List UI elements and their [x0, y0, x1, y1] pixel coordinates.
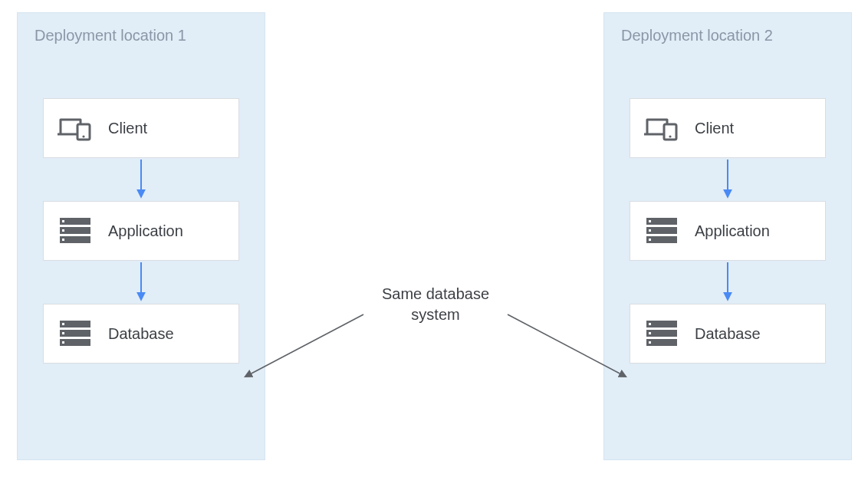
svg-rect-6	[62, 220, 64, 222]
arrow-down	[133, 261, 149, 304]
svg-line-32	[247, 314, 363, 376]
deployment-region-2: Deployment location 2 Client	[603, 12, 852, 460]
database-node: Database	[630, 304, 826, 364]
client-devices-icon	[58, 114, 93, 143]
annotation-arrow-right	[501, 310, 632, 387]
node-label: Application	[108, 222, 183, 240]
svg-rect-8	[62, 239, 64, 241]
client-devices-icon	[644, 114, 679, 143]
server-icon	[58, 319, 93, 348]
svg-line-33	[508, 314, 624, 376]
svg-rect-23	[649, 229, 651, 232]
client-node: Client	[43, 98, 239, 158]
center-annotation: Same database system	[367, 284, 505, 325]
server-icon	[58, 216, 93, 245]
svg-rect-14	[62, 332, 64, 334]
arrow-down	[720, 158, 735, 201]
node-label: Application	[695, 222, 770, 240]
region-title: Deployment location 2	[621, 27, 834, 44]
node-stack: Client	[621, 98, 834, 364]
svg-rect-30	[649, 332, 651, 334]
svg-point-1	[82, 135, 84, 137]
annotation-line: system	[411, 306, 459, 323]
svg-rect-29	[649, 323, 651, 325]
node-stack: Client	[35, 98, 248, 364]
node-label: Database	[695, 325, 761, 343]
annotation-line: Same database	[382, 285, 489, 302]
svg-rect-13	[62, 323, 64, 325]
annotation-arrow-left	[239, 310, 370, 387]
database-node: Database	[43, 304, 239, 364]
svg-point-17	[669, 135, 671, 137]
deployment-region-1: Deployment location 1 Client	[17, 12, 265, 460]
server-icon	[644, 216, 679, 245]
server-icon	[644, 319, 679, 348]
svg-rect-31	[649, 341, 651, 344]
node-label: Client	[695, 120, 734, 137]
arrow-down	[133, 158, 149, 201]
node-label: Database	[108, 325, 174, 343]
svg-rect-7	[62, 229, 64, 232]
arrow-down	[720, 261, 735, 304]
region-title: Deployment location 1	[35, 27, 248, 44]
application-node: Application	[43, 201, 239, 261]
client-node: Client	[630, 98, 826, 158]
node-label: Client	[108, 120, 147, 137]
application-node: Application	[630, 201, 826, 261]
svg-rect-22	[649, 220, 651, 222]
svg-rect-15	[62, 341, 64, 344]
svg-rect-24	[649, 239, 651, 241]
